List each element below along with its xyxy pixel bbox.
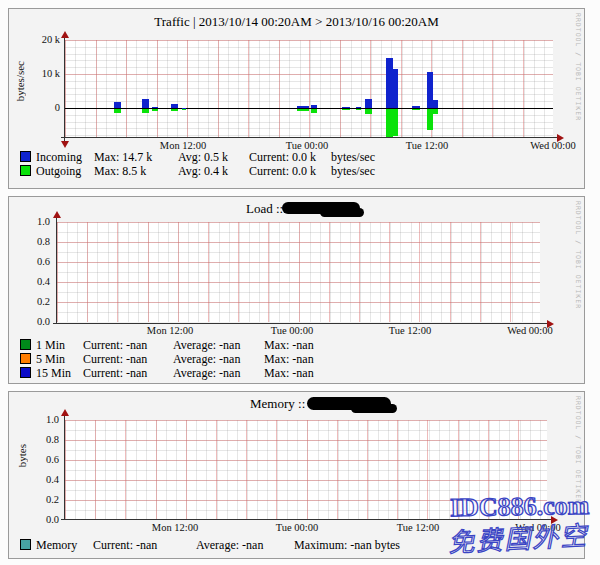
load-ytick-0_2: 0.2	[16, 296, 50, 307]
traffic-bar-outgoing	[386, 109, 393, 137]
traffic-bar-outgoing	[393, 109, 398, 136]
incoming-max: Max: 14.7 k	[94, 151, 178, 164]
memory-legend: MemoryCurrent: -nanAverage: -nanMaximum:…	[20, 539, 400, 553]
memory-ytick-0_4: 0.4	[25, 474, 59, 485]
traffic-bar-incoming	[142, 99, 149, 108]
memory-xtick-mon12: Mon 12:00	[152, 522, 198, 533]
traffic-bar-incoming	[297, 106, 309, 108]
1min-swatch	[20, 339, 31, 350]
traffic-graph-title: Traffic | 2013/10/14 00:20AM > 2013/10/1…	[9, 14, 584, 30]
memory-y-axis	[64, 416, 65, 520]
traffic-bar-outgoing	[182, 109, 186, 110]
traffic-bar-incoming	[152, 107, 158, 108]
load-ytick-1_0: 1.0	[16, 216, 50, 227]
15min-max: Max: -nan	[264, 367, 314, 380]
load-xtick-wed00: Wed 00:00	[507, 325, 553, 336]
load-legend: 1 MinCurrent: -nanAverage: -nanMax: -nan…	[20, 339, 314, 381]
5min-swatch	[20, 353, 31, 364]
load-graph-title: Load ::	[246, 201, 283, 217]
traffic-bar-incoming	[171, 104, 178, 108]
traffic-graph-panel: Traffic | 2013/10/14 00:20AM > 2013/10/1…	[8, 8, 585, 189]
memory-ytick-0_6: 0.6	[25, 454, 59, 465]
rrdtool-watermark: RRDTOOL / TOBI OETIKER	[574, 396, 582, 504]
traffic-bar-outgoing	[114, 109, 121, 113]
legend-row-incoming: IncomingMax: 14.7 kAvg: 0.5 kCurrent: 0.…	[20, 151, 375, 165]
memory-y-axis-arrow	[61, 409, 69, 416]
incoming-unit: bytes/sec	[331, 151, 375, 164]
legend-row-outgoing: OutgoingMax: 8.5 kAvg: 0.4 kCurrent: 0.0…	[20, 165, 375, 179]
traffic-bar-outgoing	[171, 109, 178, 111]
traffic-bar-incoming	[311, 105, 317, 108]
memory-maximum: Maximum: -nan bytes	[294, 539, 400, 552]
memory-current: Current: -nan	[93, 539, 196, 552]
rrdtool-watermark: RRDTOOL / TOBI OETIKER	[574, 201, 582, 309]
traffic-legend: IncomingMax: 14.7 kAvg: 0.5 kCurrent: 0.…	[20, 151, 375, 179]
traffic-bar-incoming	[114, 102, 121, 108]
1min-average: Average: -nan	[173, 339, 264, 352]
memory-ytick-0_2: 0.2	[25, 494, 59, 505]
load-graph-panel: Load :: RRDTOOL / TOBI OETIKER 1.0 0.8 0…	[8, 196, 585, 384]
traffic-bar-outgoing	[311, 109, 317, 113]
traffic-ytick-10k: 10 k	[26, 68, 60, 79]
traffic-zero-line	[65, 108, 553, 109]
outgoing-avg: Avg: 0.4 k	[178, 165, 249, 178]
load-plot-area	[57, 222, 540, 322]
load-xtick-mon12: Mon 12:00	[147, 325, 193, 336]
load-y-axis-arrow	[53, 211, 61, 218]
traffic-bar-outgoing	[365, 109, 372, 114]
traffic-plot-area	[65, 40, 553, 137]
load-ytick-0_8: 0.8	[16, 236, 50, 247]
incoming-current: Current: 0.0 k	[249, 151, 331, 164]
1min-label: 1 Min	[36, 339, 83, 352]
traffic-xtick-wed00: Wed 00:00	[530, 140, 576, 151]
traffic-y-axis	[64, 38, 65, 141]
traffic-bar-incoming	[433, 100, 438, 108]
memory-average: Average: -nan	[196, 539, 294, 552]
memory-xtick-tue00: Tue 00:00	[276, 522, 319, 533]
traffic-y-axis-arrow	[61, 31, 69, 38]
15min-swatch	[20, 367, 31, 378]
15min-current: Current: -nan	[83, 367, 173, 380]
incoming-avg: Avg: 0.5 k	[178, 151, 249, 164]
traffic-ytick-0: 0	[26, 102, 60, 113]
traffic-bar-incoming	[365, 99, 372, 108]
legend-row-5min: 5 MinCurrent: -nanAverage: -nanMax: -nan	[20, 353, 314, 367]
rrdtool-watermark: RRDTOOL / TOBI OETIKER	[574, 13, 582, 121]
outgoing-swatch	[20, 165, 31, 176]
traffic-bar-outgoing	[412, 109, 420, 110]
load-xtick-tue12: Tue 12:00	[389, 325, 432, 336]
traffic-bar-outgoing	[152, 109, 158, 111]
redacted-hostname-blob	[307, 397, 391, 410]
load-ytick-0_4: 0.4	[16, 276, 50, 287]
outgoing-label: Outgoing	[36, 165, 94, 178]
traffic-bar-outgoing	[297, 109, 309, 111]
traffic-bar-outgoing	[433, 109, 438, 114]
traffic-bar-incoming	[393, 69, 398, 108]
load-ytick-0_0: 0.0	[16, 316, 50, 327]
incoming-label: Incoming	[36, 151, 94, 164]
traffic-bar-incoming	[356, 107, 361, 108]
15min-label: 15 Min	[36, 367, 83, 380]
memory-xtick-tue12: Tue 12:00	[397, 522, 440, 533]
memory-swatch	[20, 539, 31, 550]
5min-max: Max: -nan	[264, 353, 314, 366]
load-ytick-0_6: 0.6	[16, 256, 50, 267]
load-xtick-tue00: Tue 00:00	[271, 325, 314, 336]
outgoing-current: Current: 0.0 k	[249, 165, 331, 178]
5min-current: Current: -nan	[83, 353, 173, 366]
outgoing-unit: bytes/sec	[331, 165, 375, 178]
traffic-bar-incoming	[412, 106, 420, 108]
legend-row-1min: 1 MinCurrent: -nanAverage: -nanMax: -nan	[20, 339, 314, 353]
traffic-xtick-tue12: Tue 12:00	[406, 140, 449, 151]
1min-current: Current: -nan	[83, 339, 173, 352]
5min-label: 5 Min	[36, 353, 83, 366]
load-x-axis	[53, 323, 547, 324]
outgoing-max: Max: 8.5 k	[94, 165, 178, 178]
memory-label: Memory	[36, 539, 93, 552]
5min-average: Average: -nan	[173, 353, 264, 366]
traffic-y-axis-bottom-arrow	[61, 141, 69, 148]
legend-row-memory: MemoryCurrent: -nanAverage: -nanMaximum:…	[20, 539, 400, 553]
memory-ytick-0_0: 0.0	[25, 514, 59, 525]
monitoring-page: { "rrd_watermark": "RRDTOOL / TOBI OETIK…	[0, 0, 600, 565]
15min-average: Average: -nan	[173, 367, 264, 380]
